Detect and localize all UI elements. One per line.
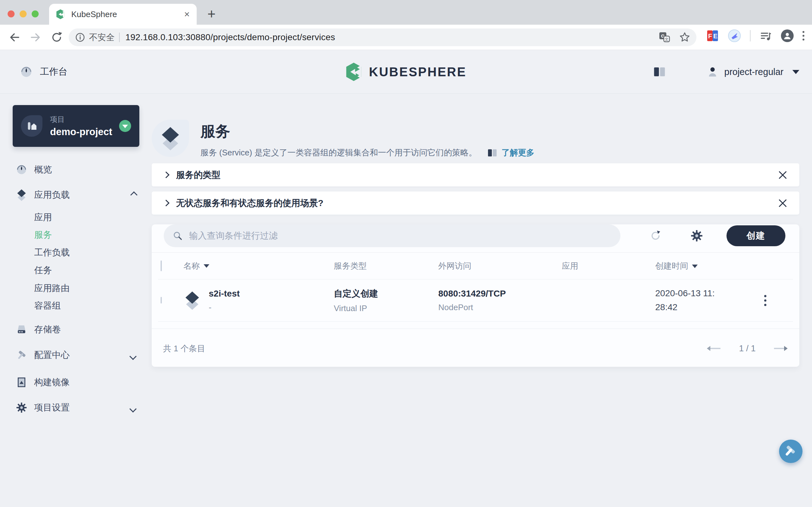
bird-extension-icon[interactable]	[728, 29, 741, 42]
kubesphere-logo-text: KUBESPHERE	[369, 65, 466, 79]
sidebar-item-project-settings[interactable]: 项目设置	[13, 399, 139, 416]
profile-avatar[interactable]	[781, 30, 794, 42]
fe-extension-icon[interactable]: F E	[706, 30, 719, 42]
new-tab-button[interactable]: +	[207, 7, 216, 21]
project-icon	[21, 115, 42, 137]
sidebar-item-pods[interactable]: 容器组	[13, 297, 139, 315]
window-close-button[interactable]	[8, 10, 14, 17]
sort-caret-icon	[204, 264, 209, 268]
overview-icon	[16, 164, 27, 175]
sidebar-item-label: 配置中心	[34, 349, 70, 361]
row-menu-icon[interactable]	[762, 292, 769, 308]
external-access: 8080:31429/TCP	[438, 289, 562, 299]
sidebar-item-routes[interactable]: 应用路由	[13, 279, 139, 297]
chevron-down-icon	[130, 353, 137, 360]
chevron-right-icon	[163, 200, 169, 206]
window-zoom-button[interactable]	[32, 10, 39, 17]
sidebar-item-config-center[interactable]: 配置中心	[13, 346, 139, 364]
column-header-created[interactable]: 创建时间	[655, 261, 750, 272]
sidebar: 项目 demo-project 概览 应用负载 应用 服务 工作负载 任务 应用…	[13, 94, 139, 507]
app-workloads-icon	[16, 189, 27, 201]
project-switcher-badge[interactable]	[119, 120, 131, 132]
column-settings-button[interactable]	[691, 230, 703, 242]
table-toolbar: 创建	[159, 224, 792, 247]
forward-icon[interactable]	[29, 31, 42, 44]
sidebar-item-app-workloads[interactable]: 应用负载	[13, 186, 139, 204]
info-icon[interactable]	[75, 32, 85, 42]
tab-close-icon[interactable]: ×	[184, 9, 190, 19]
back-icon[interactable]	[8, 31, 21, 44]
column-header-external: 外网访问	[438, 261, 562, 272]
prev-page-icon[interactable]	[707, 344, 721, 352]
toolbox-fab[interactable]	[779, 440, 803, 463]
select-all-checkbox[interactable]	[161, 261, 162, 271]
bookmark-star-icon[interactable]	[679, 31, 691, 43]
window-minimize-button[interactable]	[20, 10, 27, 17]
banner-title: 无状态服务和有状态服务的使用场景?	[176, 197, 778, 209]
service-type-sub: Virtual IP	[334, 303, 438, 313]
sidebar-item-applications[interactable]: 应用	[13, 209, 139, 226]
banner-stateless-stateful[interactable]: 无状态服务和有状态服务的使用场景?	[152, 191, 799, 215]
sidebar-item-label: 工作负载	[34, 246, 70, 259]
toolbox-hammer-icon	[784, 444, 798, 458]
browser-tab-strip: KubeSphere × +	[0, 0, 812, 25]
sidebar-item-label: 应用负载	[34, 189, 70, 201]
search-box[interactable]	[164, 224, 620, 247]
sidebar-item-overview[interactable]: 概览	[13, 161, 139, 178]
browser-tab[interactable]: KubeSphere ×	[49, 4, 197, 25]
pagination-total: 共 1 个条目	[163, 343, 205, 354]
sidebar-item-volumes[interactable]: 存储卷	[13, 321, 139, 338]
row-checkbox[interactable]	[161, 297, 162, 303]
service-name-sub: -	[209, 302, 240, 313]
browser-toolbar: 不安全 192.168.0.103:30880/projects/demo-pr…	[0, 25, 812, 50]
refresh-button[interactable]	[650, 230, 662, 242]
external-access-sub: NodePort	[438, 302, 562, 313]
sidebar-item-services[interactable]: 服务	[13, 226, 139, 244]
next-page-icon[interactable]	[773, 344, 788, 352]
services-page-icon	[152, 120, 189, 157]
storage-icon	[16, 324, 27, 335]
learn-more-link[interactable]: 了解更多	[501, 147, 534, 158]
sidebar-item-jobs[interactable]: 任务	[13, 262, 139, 279]
docs-icon[interactable]	[653, 66, 666, 78]
table-row[interactable]: s2i-test - 自定义创建 Virtual IP 8080:31429/T…	[152, 279, 799, 321]
project-type-label: 项目	[50, 115, 119, 124]
playlist-icon[interactable]	[759, 30, 772, 42]
sidebar-item-label: 任务	[34, 264, 52, 276]
address-bar[interactable]: 不安全 192.168.0.103:30880/projects/demo-pr…	[69, 29, 696, 46]
column-header-name[interactable]: 名称	[183, 261, 334, 272]
chevron-up-icon	[131, 191, 138, 199]
security-label: 不安全	[89, 32, 115, 43]
translate-icon[interactable]: G 文	[658, 31, 670, 43]
page-indicator: 1 / 1	[739, 344, 756, 353]
service-icon	[183, 291, 201, 310]
kubesphere-favicon	[56, 9, 65, 20]
service-name-link[interactable]: s2i-test	[209, 289, 240, 299]
project-selector-card[interactable]: 项目 demo-project	[13, 105, 139, 147]
main-content: 服务 服务 (Service) 是定义了一类容器组的逻辑集合和一个用于访问它们的…	[152, 94, 799, 367]
ks-top-nav: 工作台 KUBESPHERE project-regular	[0, 50, 812, 94]
close-icon[interactable]	[778, 199, 787, 208]
reload-icon[interactable]	[50, 31, 63, 44]
gear-icon	[16, 402, 27, 413]
browser-menu-icon[interactable]	[803, 31, 804, 41]
sidebar-item-label: 服务	[34, 229, 52, 241]
service-type: 自定义创建	[334, 288, 438, 300]
user-menu[interactable]: project-regular	[707, 66, 799, 77]
svg-text:文: 文	[665, 37, 668, 42]
banner-service-types[interactable]: 服务的类型	[152, 163, 799, 186]
close-icon[interactable]	[778, 170, 787, 180]
workbench-link[interactable]: 工作台	[20, 50, 67, 94]
kubesphere-logo[interactable]: KUBESPHERE	[346, 50, 466, 94]
search-input[interactable]	[189, 231, 601, 241]
url-text[interactable]: 192.168.0.103:30880/projects/demo-projec…	[125, 32, 335, 42]
create-button[interactable]: 创建	[726, 225, 785, 246]
table-header: 名称 服务类型 外网访问 应用 创建时间	[152, 252, 799, 279]
kubesphere-logo-icon	[346, 62, 363, 81]
image-builder-icon	[16, 377, 27, 388]
services-table-card: 创建 名称 服务类型 外网访问 应用 创建时间 s2i-	[152, 224, 799, 367]
svg-text:F: F	[708, 33, 712, 40]
caret-down-icon	[792, 70, 799, 74]
sidebar-item-workloads[interactable]: 工作负载	[13, 244, 139, 262]
sidebar-item-image-builder[interactable]: 构建镜像	[13, 374, 139, 391]
